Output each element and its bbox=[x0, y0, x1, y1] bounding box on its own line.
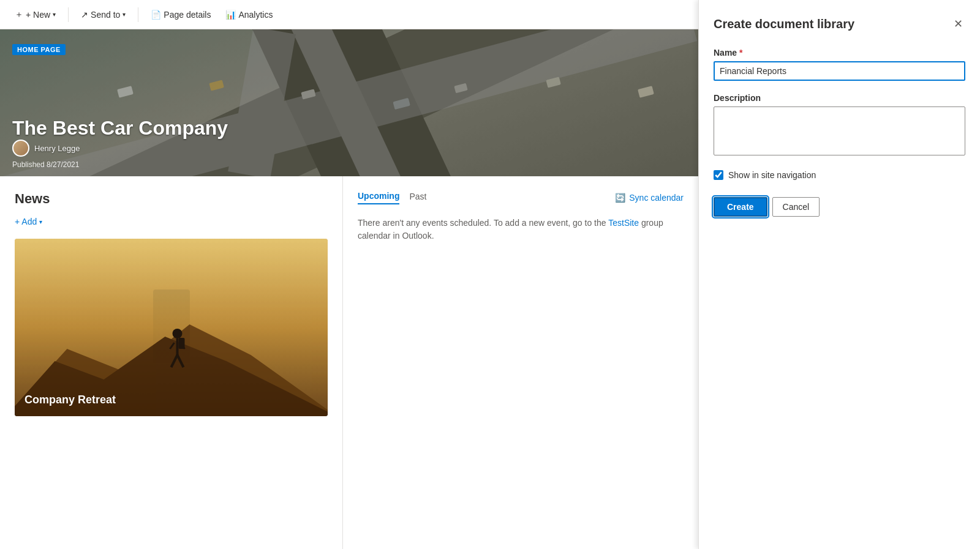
svg-point-13 bbox=[173, 329, 183, 338]
news-title: News bbox=[15, 191, 328, 207]
events-empty-text: There aren't any events scheduled. To ad… bbox=[358, 217, 684, 242]
hero-title: The Best Car Company bbox=[12, 117, 228, 140]
show-in-nav-label[interactable]: Show in site navigation bbox=[728, 170, 816, 180]
description-field: Description bbox=[714, 93, 965, 158]
panel-title: Create document library bbox=[714, 17, 854, 31]
author-name: Henry Legge bbox=[34, 144, 80, 153]
panel-close-button[interactable]: ✕ bbox=[951, 15, 965, 33]
tab-upcoming[interactable]: Upcoming bbox=[358, 191, 399, 204]
page-details-button[interactable]: 📄 Page details bbox=[146, 7, 216, 22]
hero-badge: HOME PAGE bbox=[12, 44, 66, 55]
events-tabs: Upcoming Past bbox=[358, 191, 426, 204]
news-section: News + Add ▾ bbox=[0, 176, 343, 549]
add-icon: + Add bbox=[15, 217, 37, 226]
published-date: Published 8/27/2021 bbox=[12, 160, 79, 169]
news-add-button[interactable]: + Add ▾ bbox=[15, 214, 42, 229]
svg-rect-9 bbox=[638, 86, 654, 98]
send-to-icon: ↗ bbox=[81, 10, 88, 20]
cancel-button[interactable]: Cancel bbox=[772, 197, 820, 217]
new-chevron-icon: ▾ bbox=[53, 11, 56, 18]
description-textarea[interactable] bbox=[714, 106, 965, 155]
send-to-button[interactable]: ↗ Send to ▾ bbox=[76, 7, 130, 22]
add-chevron-icon: ▾ bbox=[39, 218, 42, 225]
create-button[interactable]: Create bbox=[714, 197, 767, 217]
news-card-title: Company Retreat bbox=[24, 394, 116, 406]
main-content: ＋ + New ▾ ↗ Send to ▾ 📄 Page details 📊 A… bbox=[0, 0, 698, 549]
hero-section: HOME PAGE The Best Car Company Henry Leg… bbox=[0, 29, 698, 176]
name-input[interactable] bbox=[714, 61, 965, 81]
events-header: Upcoming Past 🔄 Sync calendar bbox=[358, 191, 684, 204]
page-details-icon: 📄 bbox=[151, 10, 161, 20]
name-label: Name * bbox=[714, 48, 965, 58]
panel-actions: Create Cancel bbox=[714, 197, 965, 217]
toolbar-divider-2 bbox=[138, 7, 138, 22]
new-button[interactable]: ＋ + New ▾ bbox=[10, 7, 61, 23]
events-section: Upcoming Past 🔄 Sync calendar There aren… bbox=[343, 176, 698, 549]
page-body: News + Add ▾ bbox=[0, 176, 698, 549]
svg-rect-19 bbox=[179, 338, 185, 349]
testsite-link[interactable]: TestSite bbox=[608, 218, 639, 228]
news-card-svg bbox=[15, 239, 328, 416]
hero-author: Henry Legge bbox=[12, 140, 80, 157]
svg-rect-4 bbox=[209, 80, 224, 91]
news-card: Company Retreat bbox=[15, 239, 328, 416]
description-label: Description bbox=[714, 93, 965, 103]
panel-header: Create document library ✕ bbox=[714, 15, 965, 33]
show-in-nav-checkbox[interactable] bbox=[714, 170, 723, 180]
name-field: Name * bbox=[714, 48, 965, 81]
send-to-chevron-icon: ▾ bbox=[123, 11, 126, 18]
show-in-nav-row: Show in site navigation bbox=[714, 170, 965, 180]
send-to-label: Send to bbox=[91, 10, 120, 20]
toolbar: ＋ + New ▾ ↗ Send to ▾ 📄 Page details 📊 A… bbox=[0, 0, 698, 29]
avatar bbox=[12, 140, 29, 157]
sync-icon: 🔄 bbox=[615, 193, 625, 203]
new-label: + New bbox=[26, 10, 50, 20]
analytics-icon: 📊 bbox=[225, 10, 236, 20]
required-indicator: * bbox=[739, 48, 742, 58]
hero-cars-svg bbox=[0, 29, 698, 176]
sync-calendar-button[interactable]: 🔄 Sync calendar bbox=[615, 193, 684, 203]
tab-past[interactable]: Past bbox=[409, 191, 426, 204]
toolbar-divider-1 bbox=[68, 7, 69, 22]
create-document-library-panel: Create document library ✕ Name * Descrip… bbox=[698, 0, 980, 549]
analytics-button[interactable]: 📊 Analytics bbox=[221, 7, 277, 22]
svg-rect-3 bbox=[117, 86, 134, 98]
sync-calendar-label: Sync calendar bbox=[629, 193, 684, 203]
new-icon: ＋ bbox=[15, 9, 23, 20]
page-details-label: Page details bbox=[164, 10, 211, 20]
analytics-label: Analytics bbox=[238, 10, 273, 20]
